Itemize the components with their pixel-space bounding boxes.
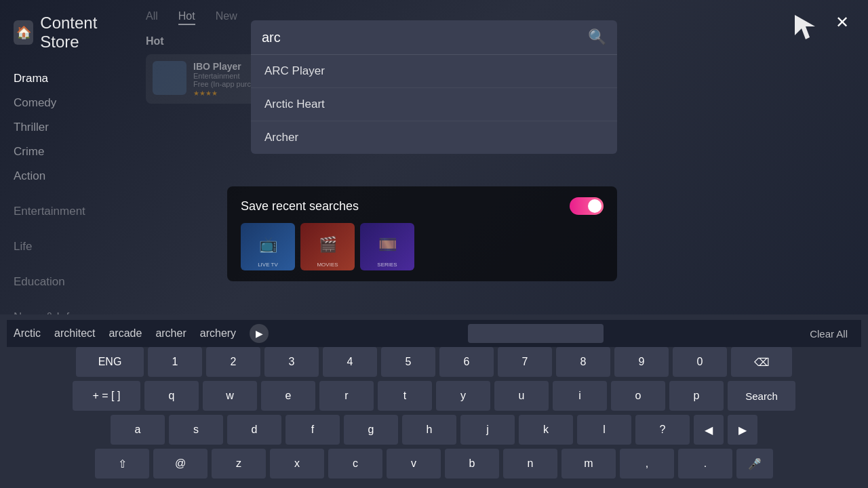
key-y[interactable]: y [436, 381, 490, 411]
key-question[interactable]: ? [635, 415, 690, 445]
key-v[interactable]: v [387, 449, 441, 479]
key-r[interactable]: r [319, 381, 374, 411]
key-period[interactable]: . [678, 449, 732, 479]
save-searches-label: Save recent searches [241, 199, 359, 214]
search-dropdown: ARC Player Arctic Heart Archer [251, 54, 617, 154]
thumb-series-label: SERIES [377, 262, 397, 268]
keyboard: Arctic architect arcade archer archery ▶… [0, 314, 868, 488]
tab-all[interactable]: All [146, 10, 158, 25]
cursor-icon-area [793, 14, 827, 47]
close-button[interactable]: ✕ [830, 10, 854, 35]
key-5[interactable]: 5 [381, 347, 435, 377]
spacebar-key[interactable] [468, 324, 604, 343]
key-z[interactable]: z [212, 449, 266, 479]
key-k[interactable]: k [519, 415, 573, 445]
sidebar-item-education[interactable]: Education [14, 271, 122, 293]
tab-hot[interactable]: Hot [178, 10, 195, 25]
keyboard-row-3: a s d f g h j k l ? ◀ ▶ [7, 415, 861, 445]
sidebar-item-comedy[interactable]: Comedy [14, 92, 122, 114]
key-1[interactable]: 1 [148, 347, 202, 377]
key-d[interactable]: d [227, 415, 281, 445]
key-x[interactable]: x [270, 449, 324, 479]
sidebar-item-entertainment[interactable]: Entertainment [14, 201, 122, 222]
cursor-icon [793, 14, 817, 41]
suggestion-arc-player[interactable]: ARC Player [251, 55, 617, 88]
keyboard-row-1: ENG 1 2 3 4 5 6 7 8 9 0 ⌫ [7, 347, 861, 377]
autocomplete-arcade[interactable]: arcade [108, 327, 142, 340]
key-f[interactable]: f [285, 415, 340, 445]
toggle-knob [588, 199, 601, 213]
search-box: 🔍 [251, 20, 617, 54]
key-3[interactable]: 3 [264, 347, 319, 377]
key-backspace[interactable]: ⌫ [731, 347, 792, 377]
sidebar-item-action[interactable]: Action [14, 165, 122, 187]
save-searches-toggle[interactable] [570, 197, 604, 215]
app-thumb-ibo [153, 61, 186, 95]
key-s[interactable]: s [169, 415, 223, 445]
key-7[interactable]: 7 [498, 347, 552, 377]
save-searches-section: Save recent searches 📺 LIVE TV 🎬 MOVIES … [227, 186, 617, 281]
key-m[interactable]: m [561, 449, 616, 479]
sidebar-item-thriller[interactable]: Thriller [14, 117, 122, 138]
key-4[interactable]: 4 [323, 347, 377, 377]
thumb-movies[interactable]: 🎬 MOVIES [300, 223, 355, 270]
key-2[interactable]: 2 [206, 347, 260, 377]
sidebar-item-drama[interactable]: Drama [14, 68, 122, 89]
keyboard-row-2: + = [ ] q w e r t y u i o p Search [7, 381, 861, 411]
key-l[interactable]: l [577, 415, 631, 445]
autocomplete-architect[interactable]: architect [54, 327, 95, 340]
key-b[interactable]: b [445, 449, 499, 479]
key-left-arrow[interactable]: ◀ [694, 415, 724, 445]
key-8[interactable]: 8 [556, 347, 610, 377]
sidebar-item-life[interactable]: Life [14, 236, 122, 258]
key-o[interactable]: o [611, 381, 665, 411]
key-h[interactable]: h [402, 415, 456, 445]
tab-new[interactable]: New [216, 10, 237, 25]
clear-all-button[interactable]: Clear All [803, 328, 854, 340]
suggestion-archer[interactable]: Archer [251, 121, 617, 154]
thumb-live-label: LIVE TV [258, 262, 278, 268]
key-search[interactable]: Search [728, 381, 795, 411]
key-n[interactable]: n [503, 449, 557, 479]
save-row: Save recent searches [241, 197, 604, 215]
key-shift[interactable]: ⇧ [95, 449, 149, 479]
key-t[interactable]: t [378, 381, 432, 411]
search-icon-button[interactable]: 🔍 [588, 28, 606, 46]
thumb-live-tv[interactable]: 📺 LIVE TV [241, 223, 295, 270]
thumb-live-icon: 📺 [259, 236, 277, 253]
key-right-arrow[interactable]: ▶ [728, 415, 757, 445]
key-9[interactable]: 9 [614, 347, 669, 377]
key-symbols[interactable]: + = [ ] [73, 381, 140, 411]
app-thumbnails: 📺 LIVE TV 🎬 MOVIES 🎞️ SERIES [241, 223, 604, 270]
autocomplete-arctic[interactable]: Arctic [14, 327, 41, 340]
key-c[interactable]: c [328, 449, 382, 479]
app-icon: 🏠 [14, 20, 33, 45]
key-j[interactable]: j [460, 415, 515, 445]
key-u[interactable]: u [494, 381, 549, 411]
thumb-series-icon: 🎞️ [378, 236, 397, 253]
key-at[interactable]: @ [153, 449, 208, 479]
suggestion-arctic-heart[interactable]: Arctic Heart [251, 88, 617, 121]
autocomplete-archery[interactable]: archery [200, 327, 236, 340]
key-0[interactable]: 0 [673, 347, 727, 377]
key-6[interactable]: 6 [439, 347, 494, 377]
key-p[interactable]: p [669, 381, 724, 411]
sidebar-item-crime[interactable]: Crime [14, 141, 122, 163]
key-mic[interactable]: 🎤 [736, 449, 773, 479]
search-input[interactable] [262, 30, 588, 45]
autocomplete-next-arrow[interactable]: ▶ [250, 324, 269, 343]
key-comma[interactable]: , [620, 449, 674, 479]
autocomplete-archer[interactable]: archer [155, 327, 186, 340]
thumb-movies-label: MOVIES [317, 262, 338, 268]
thumb-series[interactable]: 🎞️ SERIES [360, 223, 414, 270]
key-i[interactable]: i [553, 381, 607, 411]
key-g[interactable]: g [344, 415, 398, 445]
thumb-movies-icon: 🎬 [319, 236, 337, 253]
app-header: 🏠 Content Store [14, 14, 122, 52]
key-eng[interactable]: ENG [76, 347, 144, 377]
key-q[interactable]: q [144, 381, 199, 411]
autocomplete-bar: Arctic architect arcade archer archery ▶… [7, 320, 861, 347]
key-w[interactable]: w [203, 381, 257, 411]
key-a[interactable]: a [111, 415, 165, 445]
key-e[interactable]: e [261, 381, 315, 411]
